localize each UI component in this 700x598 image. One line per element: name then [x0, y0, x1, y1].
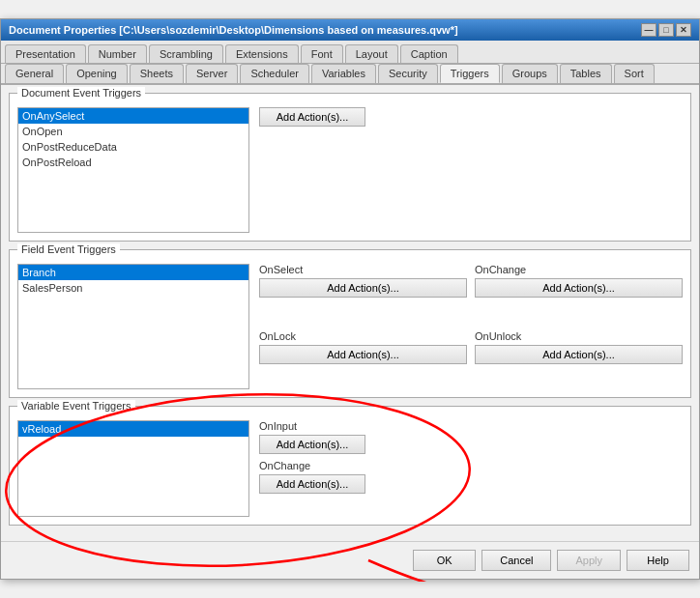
- on-unlock-button[interactable]: Add Action(s)...: [475, 345, 683, 364]
- tab-security[interactable]: Security: [378, 64, 438, 83]
- tab-tables[interactable]: Tables: [560, 64, 612, 83]
- field-event-section: Field Event Triggers Branch SalesPerson …: [9, 249, 691, 398]
- var-on-input-label: OnInput: [259, 420, 365, 432]
- on-select-label: OnSelect: [259, 264, 467, 275]
- title-bar-buttons: — □ ✕: [641, 23, 691, 37]
- list-item[interactable]: SalesPerson: [18, 280, 248, 296]
- variable-event-content: vReload OnInput Add Action(s)... OnChang…: [17, 420, 683, 517]
- on-change-group: OnChange Add Action(s)...: [475, 264, 683, 323]
- list-item[interactable]: OnAnySelect: [18, 108, 248, 124]
- document-event-content: OnAnySelect OnOpen OnPostReduceData OnPo…: [17, 107, 683, 233]
- on-select-group: OnSelect Add Action(s)...: [259, 264, 467, 323]
- tab-extensions[interactable]: Extensions: [225, 44, 299, 63]
- document-event-section: Document Event Triggers OnAnySelect OnOp…: [9, 93, 691, 242]
- tab-server[interactable]: Server: [186, 64, 238, 83]
- tabs-row2: General Opening Sheets Server Scheduler …: [1, 64, 699, 85]
- variable-event-buttons: OnInput Add Action(s)... OnChange Add Ac…: [259, 420, 365, 517]
- variable-event-title: Variable Event Triggers: [17, 400, 135, 412]
- list-item[interactable]: vReload: [18, 421, 248, 437]
- field-event-title: Field Event Triggers: [17, 243, 120, 255]
- list-item[interactable]: OnPostReload: [18, 155, 248, 170]
- ok-button[interactable]: OK: [413, 550, 476, 571]
- variable-event-section: Variable Event Triggers vReload OnInput …: [9, 406, 691, 526]
- field-event-buttons: OnSelect Add Action(s)... OnChange Add A…: [259, 264, 683, 389]
- bottom-bar: OK Cancel Apply Help: [1, 541, 699, 579]
- tab-font[interactable]: Font: [301, 44, 343, 63]
- list-item[interactable]: OnPostReduceData: [18, 139, 248, 155]
- window-title: Document Properties [C:\Users\sozdemir\D…: [9, 24, 458, 36]
- main-window: Document Properties [C:\Users\sozdemir\D…: [0, 18, 700, 580]
- tab-layout[interactable]: Layout: [345, 44, 398, 63]
- help-button[interactable]: Help: [627, 550, 689, 571]
- tab-sheets[interactable]: Sheets: [130, 64, 184, 83]
- var-on-change-button[interactable]: Add Action(s)...: [259, 474, 365, 494]
- title-bar: Document Properties [C:\Users\sozdemir\D…: [1, 19, 699, 41]
- tabs-row1: Presentation Number Scrambling Extension…: [1, 41, 699, 64]
- maximize-button[interactable]: □: [658, 23, 674, 37]
- document-event-buttons: Add Action(s)...: [259, 107, 365, 233]
- tab-general[interactable]: General: [5, 64, 64, 83]
- var-on-change-label: OnChange: [259, 460, 365, 471]
- close-button[interactable]: ✕: [676, 23, 691, 37]
- tab-opening[interactable]: Opening: [66, 64, 128, 83]
- doc-add-action-button[interactable]: Add Action(s)...: [259, 107, 365, 127]
- tab-number[interactable]: Number: [88, 44, 147, 63]
- apply-button[interactable]: Apply: [557, 550, 621, 571]
- on-lock-label: OnLock: [259, 330, 467, 342]
- variable-event-list[interactable]: vReload: [17, 420, 249, 517]
- field-event-list[interactable]: Branch SalesPerson: [17, 264, 249, 389]
- content-area: Document Event Triggers OnAnySelect OnOp…: [1, 85, 699, 541]
- cancel-button[interactable]: Cancel: [481, 550, 551, 571]
- var-on-input-button[interactable]: Add Action(s)...: [259, 435, 365, 454]
- var-on-input-group: OnInput Add Action(s)...: [259, 420, 365, 454]
- list-item[interactable]: OnOpen: [18, 124, 248, 139]
- var-on-change-group: OnChange Add Action(s)...: [259, 460, 365, 494]
- tab-scheduler[interactable]: Scheduler: [240, 64, 309, 83]
- variable-event-wrapper: Variable Event Triggers vReload OnInput …: [9, 406, 691, 526]
- tab-triggers[interactable]: Triggers: [440, 64, 500, 83]
- on-change-label: OnChange: [475, 264, 683, 275]
- minimize-button[interactable]: —: [641, 23, 656, 37]
- tab-presentation[interactable]: Presentation: [5, 44, 86, 63]
- on-unlock-group: OnUnlock Add Action(s)...: [475, 330, 683, 389]
- tab-sort[interactable]: Sort: [614, 64, 655, 83]
- list-item[interactable]: Branch: [18, 265, 248, 280]
- tab-caption[interactable]: Caption: [400, 44, 458, 63]
- on-lock-group: OnLock Add Action(s)...: [259, 330, 467, 389]
- tab-groups[interactable]: Groups: [502, 64, 558, 83]
- tab-variables[interactable]: Variables: [311, 64, 376, 83]
- on-change-button[interactable]: Add Action(s)...: [475, 278, 683, 298]
- tab-scrambling[interactable]: Scrambling: [149, 44, 223, 63]
- on-unlock-label: OnUnlock: [475, 330, 683, 342]
- field-event-content: Branch SalesPerson OnSelect Add Action(s…: [17, 264, 683, 389]
- document-event-title: Document Event Triggers: [17, 87, 145, 99]
- on-lock-button[interactable]: Add Action(s)...: [259, 345, 467, 364]
- on-select-button[interactable]: Add Action(s)...: [259, 278, 467, 298]
- document-event-list[interactable]: OnAnySelect OnOpen OnPostReduceData OnPo…: [17, 107, 249, 233]
